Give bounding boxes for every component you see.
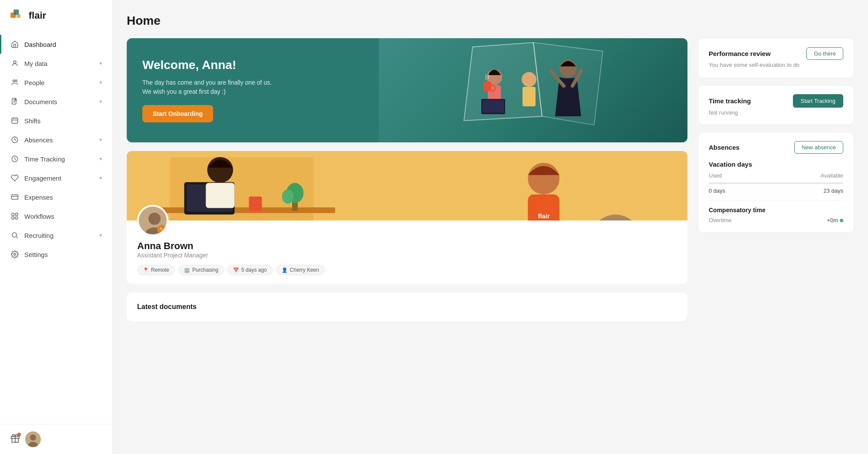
overtime-row: Overtime +0m (709, 217, 843, 224)
avatar-edit-button[interactable]: ✎ (157, 225, 166, 234)
svg-rect-37 (155, 207, 335, 213)
sidebar-item-dashboard[interactable]: Dashboard (0, 35, 112, 54)
performance-review-title: Performance review (709, 50, 771, 57)
svg-point-17 (14, 253, 16, 256)
people-icon (10, 78, 19, 87)
absences-header: Absences New absence (709, 141, 843, 154)
start-tracking-button[interactable]: Start Tracking (793, 94, 843, 108)
welcome-title: Welcome, Anna! (142, 58, 272, 72)
svg-rect-10 (12, 195, 18, 200)
left-column: Welcome, Anna! The day has come and you … (127, 38, 687, 321)
svg-rect-33 (523, 87, 536, 106)
profile-tags: 📍 Remote 🏢 Purchasing 📅 5 days ago (137, 265, 677, 275)
svg-point-21 (30, 434, 36, 441)
workflows-icon (10, 212, 19, 220)
svg-rect-14 (16, 217, 18, 219)
notification-dot (17, 433, 21, 436)
flair-logo-icon (10, 10, 24, 22)
sidebar-item-people[interactable]: People ▾ (0, 73, 112, 92)
svg-rect-12 (12, 213, 14, 215)
profile-avatar: ✎ (137, 205, 168, 236)
sidebar-item-expenses[interactable]: Expenses (0, 188, 112, 207)
welcome-content: Welcome, Anna! The day has come and you … (127, 43, 287, 138)
svg-rect-28 (482, 100, 504, 113)
main-content: Home Welcome, Anna! The day has come and… (113, 0, 868, 454)
svg-point-16 (12, 233, 17, 237)
building-icon: 🏢 (184, 267, 190, 273)
svg-point-3 (13, 61, 16, 63)
compensatory-section: Compensatory time Overtime +0m (709, 207, 843, 224)
sidebar-label-settings: Settings (24, 251, 48, 258)
svg-rect-1 (13, 10, 19, 15)
right-column: Performance review Go there You have som… (698, 38, 854, 321)
chevron-down-icon-engage: ▾ (99, 175, 102, 181)
sidebar-item-engagement[interactable]: Engagement ▾ (0, 168, 112, 188)
sidebar-item-documents[interactable]: Documents ▾ (0, 92, 112, 111)
chevron-down-icon-absences: ▾ (99, 137, 102, 143)
logo-text: flair (29, 10, 46, 21)
sidebar-label-my-data: My data (24, 60, 47, 67)
tag-date: 📅 5 days ago (227, 265, 273, 275)
svg-rect-41 (206, 183, 234, 208)
chevron-down-icon-time: ▾ (99, 156, 102, 162)
profile-banner: flair (127, 151, 687, 220)
svg-rect-7 (12, 118, 18, 123)
home-icon (10, 40, 19, 49)
sidebar-label-shifts: Shifts (24, 117, 41, 125)
svg-point-4 (13, 80, 15, 82)
sidebar-item-recruiting[interactable]: Recruiting ▾ (0, 226, 112, 245)
latest-documents-card: Latest documents (127, 293, 687, 321)
user-avatar-bottom[interactable] (25, 431, 41, 447)
gift-button[interactable] (10, 434, 20, 445)
profile-role: Assistant Project Manager (137, 252, 677, 259)
shifts-icon (10, 116, 19, 125)
sidebar-label-recruiting: Recruiting (24, 232, 54, 239)
svg-rect-34 (483, 82, 491, 91)
tag-manager: 👤 Cherry Keen (276, 265, 325, 275)
svg-rect-42 (249, 197, 262, 211)
sidebar-item-settings[interactable]: Settings (0, 245, 112, 264)
absences-title: Absences (709, 144, 740, 151)
clock-icon (10, 155, 19, 163)
absences-divider (709, 200, 843, 201)
welcome-card: Welcome, Anna! The day has come and you … (127, 38, 687, 142)
sidebar-label-time-tracking: Time Tracking (24, 155, 65, 163)
used-value: 0 days (709, 188, 725, 194)
main-nav: Dashboard My data ▾ People ▾ (0, 31, 112, 424)
absences-icon (10, 135, 19, 144)
logo-area[interactable]: flair (0, 0, 112, 31)
available-label: Available (820, 172, 843, 179)
recruiting-icon (10, 231, 19, 240)
calendar-icon: 📅 (233, 267, 239, 273)
time-tracking-header: Time tracking Start Tracking (709, 94, 843, 108)
absences-widget: Absences New absence Vacation days Used … (698, 132, 854, 233)
profile-name: Anna Brown (137, 240, 677, 252)
svg-rect-2 (16, 14, 20, 18)
time-tracking-status: Not running (709, 109, 843, 116)
vacation-progress-bar (709, 182, 843, 184)
sidebar-label-absences: Absences (24, 136, 53, 144)
profile-card: flair (127, 151, 687, 284)
go-there-button[interactable]: Go there (806, 47, 843, 60)
sidebar-item-absences[interactable]: Absences ▾ (0, 130, 112, 149)
svg-point-50 (148, 213, 161, 225)
available-value: 23 days (823, 188, 843, 194)
chevron-down-icon-recruit: ▾ (99, 232, 102, 238)
sidebar-item-workflows[interactable]: Workflows (0, 207, 112, 226)
performance-review-subtitle: You have some self-evaluation to do (709, 62, 843, 68)
performance-review-header: Performance review Go there (709, 47, 843, 60)
svg-point-5 (15, 80, 17, 82)
time-tracking-widget: Time tracking Start Tracking Not running (698, 85, 854, 125)
time-tracking-title: Time tracking (709, 97, 751, 105)
start-onboarding-button[interactable]: Start Onboarding (142, 105, 213, 122)
sidebar-item-time-tracking[interactable]: Time Tracking ▾ (0, 149, 112, 168)
sidebar-item-my-data[interactable]: My data ▾ (0, 54, 112, 73)
compensatory-title: Compensatory time (709, 207, 843, 214)
user-icon: 👤 (282, 267, 288, 273)
chevron-down-icon-people: ▾ (99, 79, 102, 86)
sidebar-item-shifts[interactable]: Shifts (0, 111, 112, 130)
sidebar-label-people: People (24, 79, 45, 86)
avatar-image (25, 431, 41, 447)
new-absence-button[interactable]: New absence (794, 141, 843, 154)
svg-point-45 (282, 189, 294, 204)
